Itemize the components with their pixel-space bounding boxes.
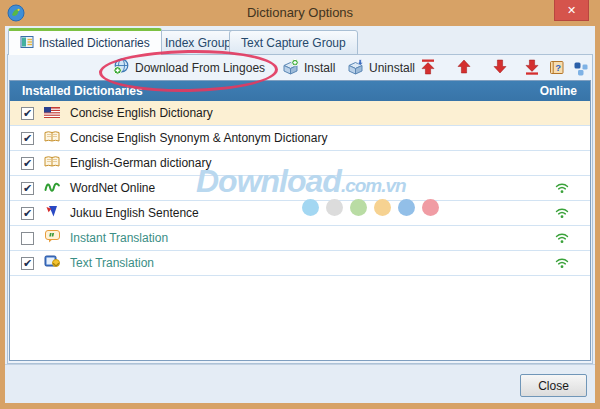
tiles-icon [574,62,589,79]
arrow-down-bar-icon [525,59,539,78]
package-plus-icon [282,59,299,78]
dictionary-icon [43,129,61,147]
list-item[interactable]: Concise English Dictionary [10,101,590,126]
move-up-button[interactable] [457,57,471,79]
list-item[interactable]: Concise English Synonym & Antonym Dictio… [10,126,590,151]
speech-bubble-icon [45,229,60,247]
svg-text:?: ? [555,62,561,73]
view-tiles-button[interactable] [574,59,589,81]
list-header-online: Online [540,84,577,98]
dictionary-name: Concise English Dictionary [70,106,213,120]
move-to-bottom-button[interactable] [525,57,539,79]
online-wifi-icon [555,233,569,244]
dictionary-checkbox[interactable] [21,257,34,270]
dictionary-checkbox[interactable] [21,132,34,145]
dictionary-name: Instant Translation [70,231,168,245]
list-header-installed: Installed Dictionaries [22,84,143,98]
open-book-icon [44,154,60,172]
dictionary-book-icon [20,35,34,52]
close-x-icon: ✕ [567,4,576,17]
dictionary-name: Jukuu English Sentence [70,206,199,220]
dictionary-help-button[interactable]: ? [549,58,565,80]
tab-installed-dictionaries[interactable]: Installed Dictionaries [8,28,162,55]
arrow-up-bar-icon [421,59,435,78]
wordnet-icon [44,179,60,197]
titlebar: Dictionary Options ✕ [0,0,600,26]
move-down-button[interactable] [493,57,507,79]
tab-label: Index Group [165,36,231,50]
arrow-up-icon [457,59,471,77]
dictionary-icon [43,254,61,272]
dictionary-name: English-German dictionary [70,156,211,170]
dictionary-name: Text Translation [70,256,154,270]
window-title: Dictionary Options [0,5,600,20]
footer-bar [5,364,595,403]
dictionary-icon [43,204,61,222]
jukuu-icon [45,204,59,222]
dictionary-list-rows: Concise English Dictionary Concise Engli… [10,101,590,360]
list-header: Installed Dictionaries Online [10,81,590,101]
online-wifi-icon [555,208,569,219]
package-remove-icon [347,59,364,78]
install-button[interactable]: Install [282,57,335,79]
dictionary-list: Installed Dictionaries Online Concise En… [9,80,591,361]
window-close-button[interactable]: ✕ [554,0,589,21]
book-globe-icon [44,254,60,272]
globe-plus-icon [113,58,130,78]
online-wifi-icon [555,258,569,269]
dictionary-checkbox[interactable] [21,232,34,245]
dictionary-name: Concise English Synonym & Antonym Dictio… [70,131,327,145]
list-item[interactable]: Instant Translation [10,226,590,251]
tab-text-capture-group[interactable]: Text Capture Group [229,30,358,55]
open-book-icon [44,129,60,147]
list-item[interactable]: English-German dictionary [10,151,590,176]
dictionary-icon [43,229,61,247]
dictionary-icon [43,154,61,172]
list-item[interactable]: WordNet Online [10,176,590,201]
list-item[interactable]: Jukuu English Sentence [10,201,590,226]
dictionary-checkbox[interactable] [21,157,34,170]
uninstall-label: Uninstall [369,61,415,75]
dictionary-checkbox[interactable] [21,207,34,220]
tab-label: Text Capture Group [241,36,346,50]
uninstall-button[interactable]: Uninstall [347,57,415,79]
tab-label: Installed Dictionaries [39,36,150,50]
install-label: Install [304,61,335,75]
download-label: Download From Lingoes [135,61,265,75]
download-from-lingoes-button[interactable]: Download From Lingoes [113,57,265,79]
list-item[interactable]: Text Translation [10,251,590,276]
dictionary-checkbox[interactable] [21,107,34,120]
close-button[interactable]: Close [520,374,587,397]
move-to-top-button[interactable] [421,57,435,79]
book-question-icon: ? [549,60,565,78]
dictionary-icon [43,179,61,197]
online-wifi-icon [555,183,569,194]
us-flag-icon [44,104,60,122]
dictionary-checkbox[interactable] [21,182,34,195]
dictionary-name: WordNet Online [70,181,155,195]
arrow-down-icon [493,59,507,77]
dictionary-icon [43,104,61,122]
dictionary-options-window: Dictionary Options ✕ Installed Dictionar… [0,0,600,409]
